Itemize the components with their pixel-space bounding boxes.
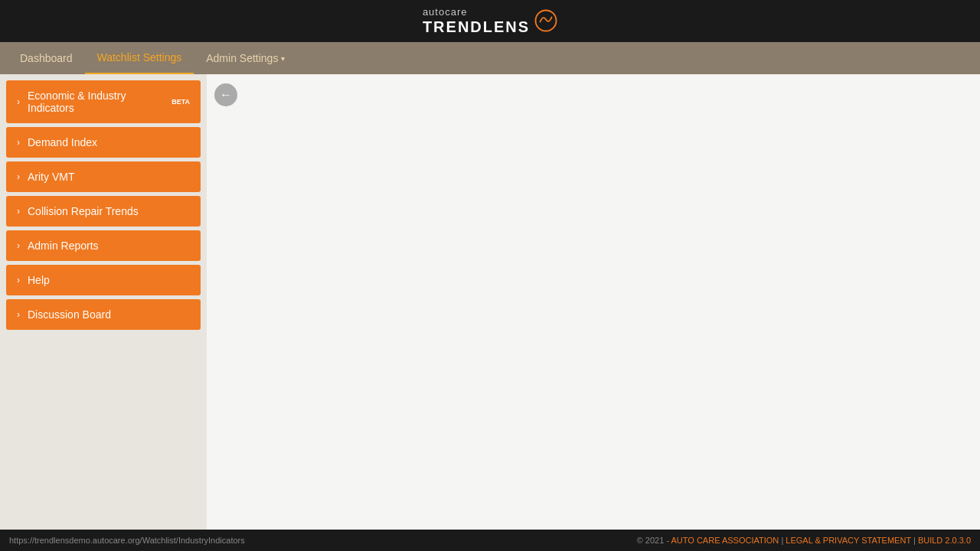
chevron-icon-arity: › bbox=[17, 171, 20, 182]
sidebar-item-economic[interactable]: › Economic & Industry IndicatorsBETA bbox=[6, 80, 201, 123]
footer-url: https://trendlensdemo.autocare.org/Watch… bbox=[9, 536, 245, 545]
footer-build-link[interactable]: BUILD 2.0.3.0 bbox=[918, 536, 971, 545]
nav-bar: Dashboard Watchlist Settings Admin Setti… bbox=[0, 42, 980, 74]
sidebar-item-economic-badge: BETA bbox=[172, 98, 190, 106]
nav-watchlist-settings[interactable]: Watchlist Settings bbox=[85, 42, 194, 74]
sidebar-item-collision-label: Collision Repair Trends bbox=[28, 205, 139, 217]
sidebar-item-discussion-label: Discussion Board bbox=[28, 308, 111, 321]
sidebar-item-collision[interactable]: › Collision Repair Trends bbox=[6, 196, 201, 227]
logo-icon bbox=[534, 9, 557, 32]
footer-info: © 2021 - AUTO CARE ASSOCIATION | LEGAL &… bbox=[637, 536, 971, 545]
sidebar: › Economic & Industry IndicatorsBETA › D… bbox=[0, 74, 207, 530]
admin-settings-dropdown-arrow: ▾ bbox=[281, 54, 285, 63]
footer-copyright: © 2021 - bbox=[637, 536, 669, 545]
back-button[interactable]: ← bbox=[214, 83, 237, 106]
sidebar-item-admin-reports-label: Admin Reports bbox=[28, 240, 99, 252]
logo-autocare: autocare bbox=[423, 7, 530, 18]
sidebar-item-discussion[interactable]: › Discussion Board bbox=[6, 299, 201, 330]
footer-legal-link[interactable]: LEGAL & PRIVACY STATEMENT bbox=[786, 536, 911, 545]
top-bar: autocare TRENDLENS bbox=[0, 0, 980, 42]
logo-container: autocare TRENDLENS bbox=[423, 7, 557, 34]
back-arrow-icon: ← bbox=[220, 88, 232, 102]
sidebar-item-economic-label: Economic & Industry Indicators bbox=[28, 90, 170, 114]
sidebar-item-arity-label: Arity VMT bbox=[28, 171, 74, 183]
content-panel: ← bbox=[207, 74, 980, 530]
sidebar-item-admin-reports[interactable]: › Admin Reports bbox=[6, 230, 201, 261]
chevron-icon-discussion: › bbox=[17, 309, 20, 320]
chevron-icon-demand: › bbox=[17, 137, 20, 148]
sidebar-item-demand-label: Demand Index bbox=[28, 136, 97, 148]
sidebar-item-arity[interactable]: › Arity VMT bbox=[6, 161, 201, 192]
sidebar-item-help[interactable]: › Help bbox=[6, 265, 201, 295]
logo-text: autocare TRENDLENS bbox=[423, 7, 530, 34]
footer: https://trendlensdemo.autocare.org/Watch… bbox=[0, 530, 980, 551]
nav-admin-settings[interactable]: Admin Settings ▾ bbox=[194, 42, 297, 74]
logo-trendlens: TRENDLENS bbox=[423, 18, 530, 35]
chevron-icon-admin-reports: › bbox=[17, 240, 20, 251]
chevron-icon-help: › bbox=[17, 275, 20, 285]
sidebar-item-help-label: Help bbox=[28, 274, 50, 286]
footer-association-link[interactable]: AUTO CARE ASSOCIATION bbox=[671, 536, 779, 545]
chevron-icon-economic: › bbox=[17, 96, 20, 107]
chevron-icon-collision: › bbox=[17, 206, 20, 217]
main-content: › Economic & Industry IndicatorsBETA › D… bbox=[0, 74, 980, 530]
sidebar-item-demand[interactable]: › Demand Index bbox=[6, 127, 201, 158]
nav-dashboard[interactable]: Dashboard bbox=[8, 42, 85, 74]
